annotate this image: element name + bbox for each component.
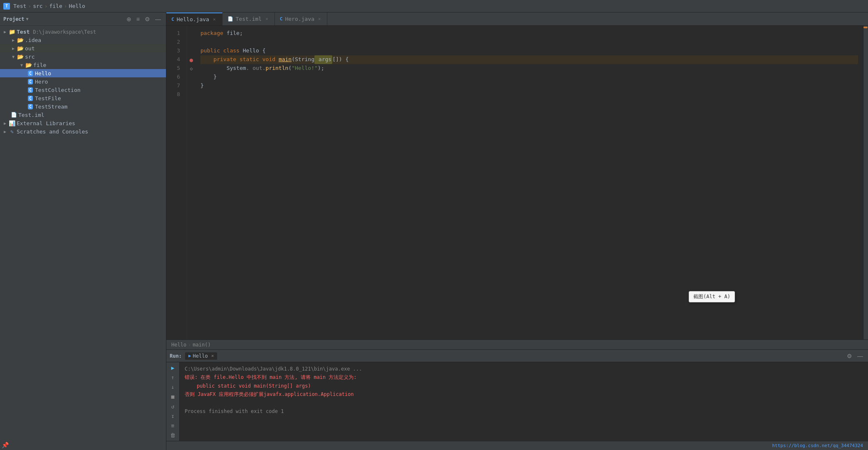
tree-item-idea[interactable]: ▶ 📂 .idea — [0, 36, 166, 44]
project-folder-icon: 📁 — [8, 28, 16, 35]
minimize-sidebar-button[interactable]: — — [153, 15, 163, 23]
code-line-8 — [200, 90, 858, 99]
run-wrap-button[interactable]: ≡ — [168, 422, 178, 430]
tree-item-test-root[interactable]: ▶ 📁 Test D:\javaworkspace\Test — [0, 27, 166, 36]
scratches-icon: ✎ — [8, 128, 16, 135]
bc-src: src — [33, 3, 42, 9]
project-title-label: Project — [3, 16, 25, 22]
output-line-4: 否则 JavaFX 应用程序类必须扩展javafx.application.Ap… — [185, 390, 863, 398]
run-tab-hello[interactable]: ▶ Hello × — [185, 352, 217, 360]
tree-arrow-out: ▶ — [10, 45, 17, 52]
tree-label-teststream: TestStream — [35, 104, 67, 110]
tree-item-ext-libs[interactable]: ▶ 📊 External Libraries — [0, 119, 166, 127]
bc-file: file — [49, 3, 62, 9]
java-icon-testfile: C — [27, 95, 34, 101]
tree-item-src[interactable]: ▼ 📂 src — [0, 52, 166, 61]
tree-label-ext-libs: External Libraries — [17, 120, 75, 126]
tree-item-testiml[interactable]: 📄 Test.iml — [0, 111, 166, 119]
run-header: Run: ▶ Hello × ⚙ — — [166, 350, 868, 362]
tab-close-test-iml[interactable]: × — [264, 16, 270, 22]
bookmark-line5[interactable]: ◇ — [190, 66, 193, 72]
scroll-marker-warning — [863, 27, 868, 28]
tab-label-hello-java: Hello.java — [177, 16, 209, 22]
output-line-6: Process finished with exit code 1 — [185, 407, 863, 415]
tree-item-testfile[interactable]: C TestFile — [0, 94, 166, 102]
run-settings-button[interactable]: ⚙ — [845, 352, 854, 360]
pin-button[interactable]: 📌 — [2, 442, 9, 448]
csdn-link[interactable]: https://blog.csdn.net/qq_34474324 — [772, 443, 863, 448]
java-icon-teststream: C — [27, 103, 34, 110]
run-scroll-end-button[interactable]: ↧ — [168, 412, 178, 420]
tree-arrow-ext-libs: ▶ — [2, 120, 8, 126]
tab-hero-java[interactable]: C Hero.java × — [275, 12, 328, 25]
tree-item-teststream[interactable]: C TestStream — [0, 102, 166, 111]
sidebar-title: Project ▼ — [3, 16, 29, 22]
title-breadcrumb: Test › src › file › Hello — [13, 3, 85, 9]
tab-close-hero-java[interactable]: × — [317, 16, 322, 22]
sidebar-tree: ▶ 📁 Test D:\javaworkspace\Test ▶ 📂 .idea… — [0, 26, 166, 450]
tree-arrow-file: ▼ — [18, 62, 25, 68]
code-content[interactable]: package file; public class Hello { priva… — [195, 26, 863, 339]
tree-item-testcollection[interactable]: C TestCollection — [0, 86, 166, 94]
java-icon-hello: C — [27, 70, 34, 77]
sidebar-header: Project ▼ ⊕ ≡ ⚙ — — [0, 12, 166, 26]
run-clear-button[interactable]: 🗑 — [168, 431, 178, 439]
folder-icon-file: 📂 — [25, 62, 32, 68]
folder-icon-idea: 📂 — [17, 37, 24, 43]
run-play-button[interactable]: ▶ — [168, 364, 178, 372]
sidebar: Project ▼ ⊕ ≡ ⚙ — ▶ 📁 Test D:\javaworksp… — [0, 12, 166, 450]
tree-item-out[interactable]: ▶ 📂 out — [0, 44, 166, 52]
tab-label-hero-java: Hero.java — [285, 16, 314, 22]
tab-hello-java[interactable]: C Hello.java × — [166, 12, 223, 25]
run-panel: Run: ▶ Hello × ⚙ — ▶ ↑ ↓ ■ ↺ — [166, 349, 868, 441]
ext-libs-icon: 📊 — [8, 120, 16, 126]
tree-arrow-scratches: ▶ — [2, 128, 8, 135]
right-scroll-gutter — [863, 26, 868, 339]
java-tab-icon-hero: C — [280, 16, 283, 22]
chevron-down-icon[interactable]: ▼ — [26, 17, 29, 21]
tree-label-scratches: Scratches and Consoles — [17, 129, 88, 135]
output-line-3: public static void main(String[] args) — [185, 382, 863, 390]
tab-test-iml[interactable]: 📄 Test.iml × — [223, 12, 275, 25]
run-body: ▶ ↑ ↓ ■ ↺ ↧ ≡ 🗑 C:\Users\admin\Downloads… — [166, 362, 868, 441]
tree-label-src: src — [25, 54, 35, 60]
tab-bar: C Hello.java × 📄 Test.iml × C Hero.java … — [166, 12, 868, 26]
iml-tab-icon: 📄 — [228, 16, 233, 22]
output-line-2: 错误: 在类 file.Hello 中找不到 main 方法, 请将 main … — [185, 373, 863, 381]
run-rerun-button[interactable]: ↺ — [168, 403, 178, 410]
tree-label-hero: Hero — [35, 79, 48, 85]
code-editor: 1 2 3 4 5 6 7 8 ● ◇ — [166, 26, 868, 339]
java-icon-hero: C — [27, 78, 34, 85]
run-header-actions: ⚙ — — [845, 352, 865, 360]
tree-item-hero[interactable]: C Hero — [0, 77, 166, 86]
editor-area: C Hello.java × 📄 Test.iml × C Hero.java … — [166, 12, 868, 450]
tree-label-test-root: Test D:\javaworkspace\Test — [17, 29, 96, 35]
code-line-4: private static void main ( String args [… — [200, 55, 858, 64]
run-down-button[interactable]: ↓ — [168, 383, 178, 391]
collapse-all-button[interactable]: ≡ — [135, 15, 141, 23]
code-line-5: System . out . println ( "Hello!" ); — [200, 64, 858, 73]
output-line-5 — [185, 399, 863, 407]
editor-status-bar: Hello › main() — [166, 339, 868, 349]
run-up-button[interactable]: ↑ — [168, 373, 178, 381]
gutter: ● ◇ — [187, 26, 195, 339]
folder-icon-src: 📂 — [17, 53, 24, 60]
code-line-3: public class Hello { — [200, 47, 858, 55]
tree-item-scratches[interactable]: ▶ ✎ Scratches and Consoles — [0, 127, 166, 136]
tree-item-file[interactable]: ▼ 📂 file — [0, 61, 166, 69]
run-minimize-button[interactable]: — — [856, 352, 865, 360]
settings-button[interactable]: ⚙ — [143, 15, 152, 23]
tab-label-test-iml: Test.iml — [236, 16, 262, 22]
sync-button[interactable]: ⊕ — [125, 15, 133, 23]
project-icon: T — [3, 3, 10, 10]
tree-arrow-src: ▼ — [10, 53, 17, 60]
main-layout: Project ▼ ⊕ ≡ ⚙ — ▶ 📁 Test D:\javaworksp… — [0, 12, 868, 450]
breakpoint-line4[interactable]: ● — [190, 57, 193, 63]
tab-close-hello-java[interactable]: × — [212, 16, 217, 22]
run-tab-close[interactable]: × — [211, 353, 214, 359]
line-numbers: 1 2 3 4 5 6 7 8 — [166, 26, 187, 339]
tree-item-hello[interactable]: C Hello — [0, 69, 166, 77]
run-stop-button[interactable]: ■ — [168, 393, 178, 401]
tree-label-file: file — [33, 62, 46, 68]
breadcrumb-file: Hello — [171, 342, 186, 348]
